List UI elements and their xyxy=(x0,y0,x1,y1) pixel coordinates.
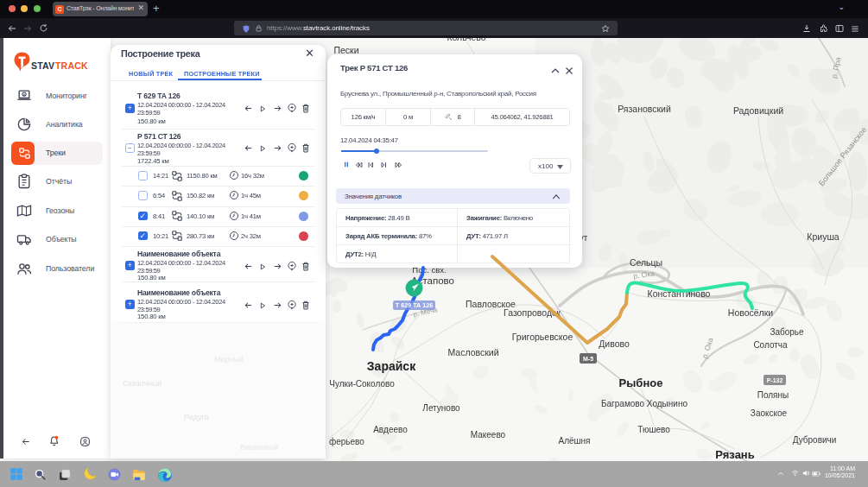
svg-text:Рыбное: Рыбное xyxy=(619,376,663,389)
svg-text:Дубровичи: Дубровичи xyxy=(793,435,837,445)
svg-text:Зарайск: Зарайск xyxy=(367,359,416,373)
svg-text:Криуша: Криуша xyxy=(807,231,839,242)
svg-text:Константиново: Константиново xyxy=(648,288,711,299)
svg-text:Заокское: Заокское xyxy=(751,408,788,418)
svg-text:STAV: STAV xyxy=(31,60,54,71)
svg-text:Авдеево: Авдеево xyxy=(373,425,408,434)
svg-text:Григорьевское: Григорьевское xyxy=(512,332,573,342)
svg-text:Баграмово Ходынино: Баграмово Ходынино xyxy=(601,399,687,408)
svg-text:Кольчево: Кольчево xyxy=(447,38,485,42)
svg-text:Алёшня: Алёшня xyxy=(558,436,590,446)
svg-text:Масловский: Масловский xyxy=(447,347,498,357)
svg-text:TRACK: TRACK xyxy=(55,60,88,71)
svg-text:Макеево: Макеево xyxy=(471,430,506,440)
svg-text:Чулки-Соколово: Чулки-Соколово xyxy=(329,379,395,389)
svg-text:Новосёлки: Новосёлки xyxy=(728,307,774,318)
svg-text:Солотча: Солотча xyxy=(753,340,788,350)
svg-text:Радовицкий: Радовицкий xyxy=(733,105,783,116)
svg-text:Поляны: Поляны xyxy=(757,390,789,400)
svg-text:Рязань: Рязань xyxy=(715,448,754,461)
svg-text:Дивово: Дивово xyxy=(599,338,630,349)
svg-text:ферьево: ферьево xyxy=(329,437,364,446)
svg-text:Рязановский: Рязановский xyxy=(618,104,671,114)
svg-text:Заборье: Заборье xyxy=(770,327,804,337)
svg-text:Астапово: Астапово xyxy=(411,275,454,286)
svg-text:Сельцы: Сельцы xyxy=(630,257,662,268)
svg-text:Тюшево: Тюшево xyxy=(637,425,670,434)
svg-text:Павловское: Павловское xyxy=(466,299,516,309)
svg-text:Летуново: Летуново xyxy=(422,403,460,413)
